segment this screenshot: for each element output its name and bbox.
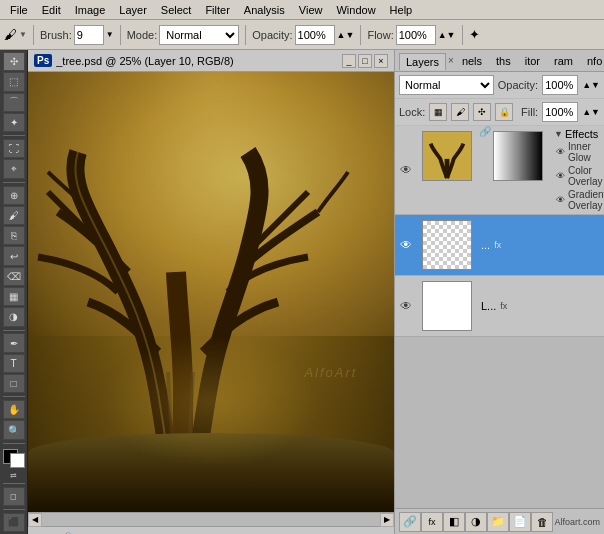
lock-all-btn[interactable]: 🔒: [495, 103, 513, 121]
quick-mask-tool[interactable]: ◻: [3, 487, 25, 506]
divider3: [245, 25, 246, 45]
menu-layer[interactable]: Layer: [113, 2, 153, 18]
new-layer-btn[interactable]: 📄: [509, 512, 531, 532]
move-tool[interactable]: ✣: [3, 52, 25, 71]
menu-analysis[interactable]: Analysis: [238, 2, 291, 18]
magic-wand-tool[interactable]: ✦: [3, 113, 25, 132]
menu-view[interactable]: View: [293, 2, 329, 18]
flow-input[interactable]: [396, 25, 436, 45]
brand-text: Alfoart.com: [554, 517, 600, 527]
brush-dropdown-icon[interactable]: ▼: [106, 30, 114, 39]
lock-pixels-btn[interactable]: 🖌: [451, 103, 469, 121]
canvas-area: Ps _tree.psd @ 25% (Layer 10, RGB/8) _ □…: [28, 50, 394, 534]
screen-mode-tool[interactable]: ⬛: [3, 513, 25, 532]
divider4: [360, 25, 361, 45]
menu-select[interactable]: Select: [155, 2, 198, 18]
gradient-tool[interactable]: ▦: [3, 287, 25, 306]
scroll-right-btn[interactable]: ▶: [380, 513, 394, 527]
tab-layers[interactable]: Layers: [399, 53, 446, 70]
swap-colors-icon[interactable]: ⇄: [10, 471, 17, 480]
opacity-stepper-icon[interactable]: ▲▼: [337, 30, 355, 40]
opacity-stepper[interactable]: ▲▼: [582, 80, 600, 90]
menu-window[interactable]: Window: [330, 2, 381, 18]
tool-divider5: [3, 443, 25, 444]
fill-stepper[interactable]: ▲▼: [582, 107, 600, 117]
layer-row[interactable]: 👁 ... fx: [395, 215, 604, 276]
canvas-close-btn[interactable]: ×: [374, 54, 388, 68]
menu-filter[interactable]: Filter: [199, 2, 235, 18]
layer-name-text: L...: [481, 300, 496, 312]
text-tool[interactable]: T: [3, 354, 25, 373]
new-group-btn[interactable]: 📁: [487, 512, 509, 532]
history-brush-tool[interactable]: ↩: [3, 246, 25, 265]
dodge-tool[interactable]: ◑: [3, 307, 25, 326]
lock-position-btn[interactable]: ✣: [473, 103, 491, 121]
zoom-tool[interactable]: 🔍: [3, 420, 25, 439]
layer-opacity-input[interactable]: [542, 75, 578, 95]
marquee-tool[interactable]: ⬚: [3, 72, 25, 91]
tab-channels[interactable]: nels: [456, 53, 488, 69]
canvas-image[interactable]: AlfoArt: [28, 72, 394, 512]
layer-fx-badge: fx: [500, 301, 507, 311]
layer-visibility-toggle[interactable]: 👁: [395, 276, 417, 336]
eraser-tool[interactable]: ⌫: [3, 267, 25, 286]
menu-file[interactable]: File: [4, 2, 34, 18]
tab-info[interactable]: ram: [548, 53, 579, 69]
tab-nfo[interactable]: nfo: [581, 53, 604, 69]
foreground-color[interactable]: [3, 449, 25, 468]
opacity-input[interactable]: [295, 25, 335, 45]
add-layer-mask-btn[interactable]: ◧: [443, 512, 465, 532]
glow-element: [101, 336, 321, 468]
add-layer-style-btn[interactable]: fx: [421, 512, 443, 532]
layer-thumbnail: [422, 281, 472, 331]
layer-effects-arrow[interactable]: ▼: [554, 129, 563, 139]
tool-divider6: [3, 483, 25, 484]
fill-input[interactable]: [542, 102, 578, 122]
shape-tool[interactable]: □: [3, 374, 25, 393]
canvas-titlebar: Ps _tree.psd @ 25% (Layer 10, RGB/8) _ □…: [28, 50, 394, 72]
blend-mode-select[interactable]: Normal: [159, 25, 239, 45]
layer-row[interactable]: 👁 L... fx: [395, 276, 604, 337]
tab-separator: ×: [448, 55, 454, 66]
lasso-tool[interactable]: ⌒: [3, 93, 25, 112]
new-fill-adjustment-btn[interactable]: ◑: [465, 512, 487, 532]
effect-visibility-icon2[interactable]: 👁: [556, 171, 565, 181]
delete-layer-btn[interactable]: 🗑: [531, 512, 553, 532]
tab-paths[interactable]: ths: [490, 53, 517, 69]
brush-size-input[interactable]: [74, 25, 104, 45]
menu-edit[interactable]: Edit: [36, 2, 67, 18]
brush-tool-icon: 🖌: [4, 27, 17, 42]
clone-tool[interactable]: ⎘: [3, 226, 25, 245]
layer-row[interactable]: 👁 🔗: [395, 126, 604, 215]
crop-tool[interactable]: ⛶: [3, 139, 25, 158]
spot-heal-tool[interactable]: ⊕: [3, 186, 25, 205]
menu-image[interactable]: Image: [69, 2, 112, 18]
opacity-label: Opacity:: [498, 79, 538, 91]
effect-visibility-icon3[interactable]: 👁: [556, 195, 565, 205]
eyedropper-tool[interactable]: ⌖: [3, 159, 25, 178]
mode-label: Mode:: [127, 29, 158, 41]
link-layers-btn[interactable]: 🔗: [399, 512, 421, 532]
flow-stepper-icon[interactable]: ▲▼: [438, 30, 456, 40]
layer-info: L... fx: [477, 276, 604, 336]
menu-help[interactable]: Help: [384, 2, 419, 18]
hand-tool[interactable]: ✋: [3, 400, 25, 419]
tab-histogram[interactable]: itor: [519, 53, 546, 69]
scroll-left-btn[interactable]: ◀: [28, 513, 42, 527]
options-toolbar: 🖌 ▼ Brush: ▼ Mode: Normal Opacity: ▲▼ Fl…: [0, 20, 604, 50]
effect-visibility-icon[interactable]: 👁: [556, 147, 565, 157]
canvas-minimize-btn[interactable]: _: [342, 54, 356, 68]
scroll-track-h[interactable]: [42, 513, 380, 526]
layer-thumbnail: [422, 220, 472, 270]
ps-logo: Ps: [34, 54, 52, 67]
path-tool[interactable]: ✒: [3, 333, 25, 352]
flow-label: Flow:: [367, 29, 393, 41]
layer-visibility-toggle[interactable]: 👁: [395, 126, 417, 214]
brush-tool[interactable]: 🖌: [3, 206, 25, 225]
canvas-maximize-btn[interactable]: □: [358, 54, 372, 68]
layer-visibility-toggle[interactable]: 👁: [395, 215, 417, 275]
airbrush-icon[interactable]: ✦: [469, 27, 480, 42]
layer-blend-mode-select[interactable]: Normal Multiply Screen Overlay: [399, 75, 494, 95]
layers-lock-row: Lock: ▦ 🖌 ✣ 🔒 Fill: ▲▼: [395, 99, 604, 126]
lock-transparent-btn[interactable]: ▦: [429, 103, 447, 121]
